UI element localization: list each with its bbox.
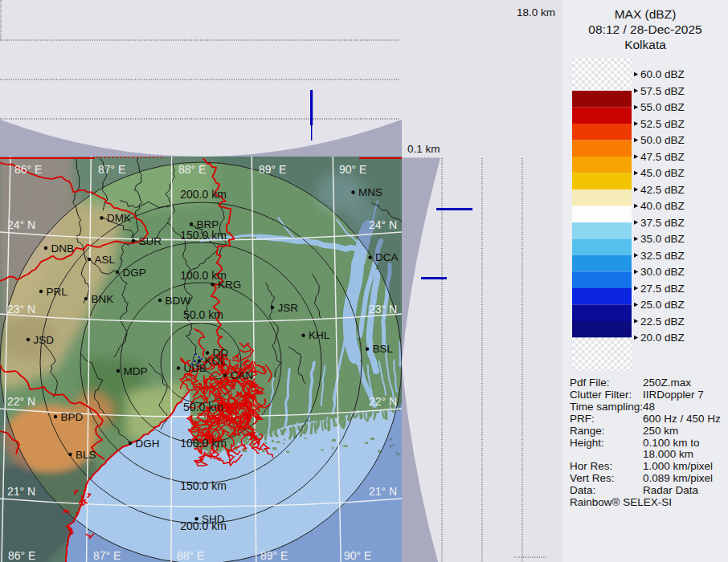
svg-text:37.5 dBZ: 37.5 dBZ (640, 217, 685, 229)
svg-text:42.5 dBZ: 42.5 dBZ (640, 184, 685, 196)
svg-text:Data:: Data: (570, 484, 595, 496)
svg-text:250Z.max: 250Z.max (643, 377, 691, 389)
svg-text:Clutter Filter:: Clutter Filter: (570, 389, 632, 401)
svg-text:0.100 km to: 0.100 km to (643, 437, 700, 449)
svg-text:40.0 dBZ: 40.0 dBZ (640, 200, 685, 212)
svg-text:MAX (dBZ): MAX (dBZ) (615, 7, 677, 21)
svg-text:600 Hz / 450 Hz: 600 Hz / 450 Hz (643, 413, 721, 425)
svg-text:25.0 dBZ: 25.0 dBZ (640, 299, 685, 311)
svg-text:Hor Res:: Hor Res: (570, 460, 612, 472)
svg-text:1.000 km/pixel: 1.000 km/pixel (643, 460, 713, 472)
svg-text:60.0 dBZ: 60.0 dBZ (640, 68, 685, 80)
svg-text:Time sampling:48: Time sampling:48 (570, 401, 655, 413)
svg-text:32.5 dBZ: 32.5 dBZ (640, 250, 685, 262)
svg-text:18.000 km: 18.000 km (643, 448, 693, 460)
svg-text:18.0 km: 18.0 km (517, 6, 555, 18)
svg-text:IIRDoppler 7: IIRDoppler 7 (643, 389, 704, 401)
svg-text:PRF:: PRF: (570, 413, 595, 425)
svg-text:Vert Res:: Vert Res: (570, 472, 615, 484)
svg-text:Rainbow® SELEX-SI: Rainbow® SELEX-SI (570, 496, 672, 508)
svg-text:57.5 dBZ: 57.5 dBZ (640, 85, 685, 97)
svg-text:250 km: 250 km (643, 425, 678, 437)
svg-text:Kolkata: Kolkata (624, 38, 666, 51)
svg-text:0.1 km: 0.1 km (407, 143, 440, 155)
svg-text:08:12 / 28-Dec-2025: 08:12 / 28-Dec-2025 (588, 22, 701, 36)
svg-text:30.0 dBZ: 30.0 dBZ (640, 266, 685, 278)
svg-text:Pdf File:: Pdf File: (570, 377, 610, 389)
svg-text:Height:: Height: (570, 437, 604, 449)
svg-text:20.0 dBZ: 20.0 dBZ (640, 332, 685, 344)
svg-text:55.0 dBZ: 55.0 dBZ (640, 101, 685, 113)
svg-text:27.5 dBZ: 27.5 dBZ (640, 283, 685, 295)
svg-text:35.0 dBZ: 35.0 dBZ (640, 233, 685, 245)
svg-text:Radar Data: Radar Data (643, 484, 699, 496)
svg-text:50.0 dBZ: 50.0 dBZ (640, 134, 685, 146)
svg-text:Range:: Range: (570, 425, 605, 437)
svg-text:0.089 km/pixel: 0.089 km/pixel (643, 472, 713, 484)
svg-text:52.5 dBZ: 52.5 dBZ (640, 118, 685, 130)
svg-text:22.5 dBZ: 22.5 dBZ (640, 316, 685, 328)
svg-text:45.0 dBZ: 45.0 dBZ (640, 167, 685, 179)
svg-text:47.5 dBZ: 47.5 dBZ (640, 151, 685, 163)
